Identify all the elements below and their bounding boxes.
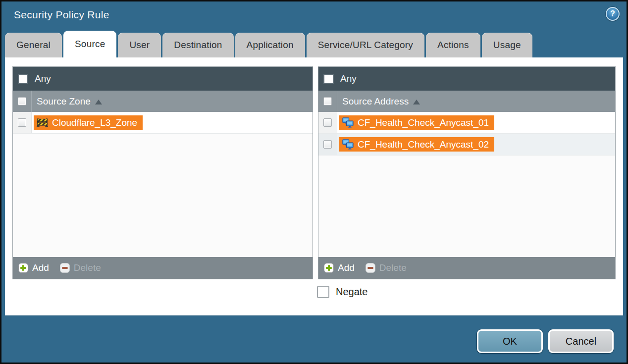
ok-button[interactable]: OK <box>477 329 543 353</box>
source-zone-delete-button[interactable]: Delete <box>60 262 101 273</box>
add-button-label: Add <box>32 262 49 273</box>
source-zone-toolbar: Add Delete <box>13 257 313 279</box>
tab-usage[interactable]: Usage <box>482 33 532 57</box>
source-zone-add-button[interactable]: Add <box>18 262 49 273</box>
delete-button-label: Delete <box>379 262 407 273</box>
delete-icon <box>60 263 70 273</box>
source-address-row-checkbox[interactable] <box>323 118 332 127</box>
source-zone-any-checkbox[interactable] <box>18 74 28 84</box>
source-zone-row[interactable]: Cloudflare_L3_Zone <box>13 112 313 134</box>
source-zone-column-label: Source Zone <box>37 96 91 107</box>
source-zone-list: Cloudflare_L3_Zone <box>13 112 313 257</box>
source-address-name: CF_Health_Check_Anycast_02 <box>358 139 489 150</box>
delete-button-label: Delete <box>74 262 101 273</box>
source-address-list: CF_Health_Check_Anycast_01 <box>318 112 615 257</box>
source-address-row[interactable]: CF_Health_Check_Anycast_02 <box>318 134 615 156</box>
tab-user[interactable]: User <box>118 33 161 57</box>
source-zone-name: Cloudflare_L3_Zone <box>52 117 137 128</box>
address-icon <box>342 117 354 128</box>
source-address-delete-button[interactable]: Delete <box>366 262 407 273</box>
sort-ascending-icon <box>95 100 102 104</box>
source-address-name: CF_Health_Check_Anycast_01 <box>358 117 489 128</box>
help-icon[interactable]: ? <box>606 7 620 21</box>
security-policy-rule-dialog: Security Policy Rule ? General Source Us… <box>0 0 628 364</box>
add-icon <box>18 263 28 273</box>
tab-source[interactable]: Source <box>63 31 116 57</box>
source-zone-chip[interactable]: Cloudflare_L3_Zone <box>34 115 143 130</box>
source-zone-row-checkbox[interactable] <box>18 118 26 127</box>
source-address-chip[interactable]: CF_Health_Check_Anycast_01 <box>339 115 494 130</box>
source-address-chip[interactable]: CF_Health_Check_Anycast_02 <box>339 137 494 152</box>
source-address-panel: Any Source Address <box>318 66 616 279</box>
source-address-column-header[interactable]: Source Address <box>318 91 615 112</box>
source-address-select-all-checkbox[interactable] <box>323 97 332 105</box>
sort-ascending-icon <box>413 100 420 104</box>
source-address-row[interactable]: CF_Health_Check_Anycast_01 <box>318 112 615 134</box>
tab-actions[interactable]: Actions <box>426 33 480 57</box>
cancel-button[interactable]: Cancel <box>548 329 614 353</box>
negate-label: Negate <box>336 286 368 298</box>
source-address-any-checkbox[interactable] <box>323 74 334 84</box>
dialog-title: Security Policy Rule <box>14 9 109 21</box>
tab-application[interactable]: Application <box>235 33 305 57</box>
add-icon <box>324 263 334 273</box>
tab-destination[interactable]: Destination <box>162 33 233 57</box>
negate-checkbox[interactable] <box>317 286 329 298</box>
source-zone-any-label: Any <box>35 73 51 84</box>
source-zone-panel: Any Source Zone <box>12 66 313 279</box>
source-address-row-checkbox[interactable] <box>323 140 332 149</box>
source-address-any-label: Any <box>340 73 357 84</box>
tab-bar: General Source User Destination Applicat… <box>5 31 532 57</box>
zone-icon <box>37 118 48 127</box>
source-address-toolbar: Add Delete <box>318 257 615 279</box>
source-address-column-label: Source Address <box>342 96 409 107</box>
negate-row: Negate <box>317 286 368 298</box>
add-button-label: Add <box>338 262 355 273</box>
address-icon <box>342 139 354 150</box>
tab-content: Any Source Zone <box>5 57 623 315</box>
delete-icon <box>366 263 375 273</box>
source-zone-select-all-checkbox[interactable] <box>18 97 26 105</box>
tab-service-url-category[interactable]: Service/URL Category <box>307 33 424 57</box>
tab-general[interactable]: General <box>5 33 62 57</box>
source-zone-any-header: Any <box>13 67 313 91</box>
source-zone-column-header[interactable]: Source Zone <box>13 91 313 112</box>
source-address-any-header: Any <box>318 67 615 91</box>
source-address-add-button[interactable]: Add <box>324 262 355 273</box>
